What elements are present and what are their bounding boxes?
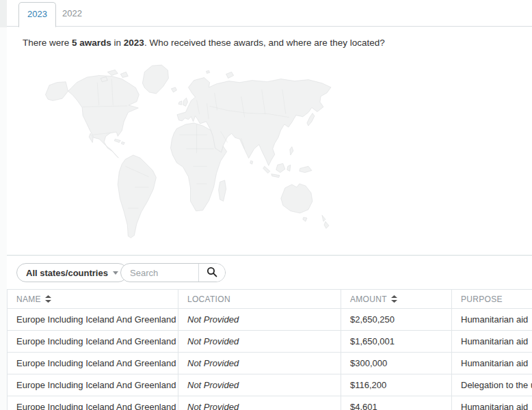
tab-2022[interactable]: 2022 (54, 2, 90, 26)
awards-summary-text: There were 5 awards in 2023. Who receive… (23, 38, 385, 48)
table-row: Europe Including Iceland And Greenland N… (8, 353, 532, 374)
cell-amount: $1,650,001 (341, 331, 452, 352)
column-label: NAME (16, 295, 41, 304)
section-divider (7, 255, 532, 256)
caret-down-icon (113, 271, 118, 275)
states-filter-label: All states/countries (26, 268, 108, 278)
cell-amount: $300,000 (341, 353, 452, 374)
cell-purpose: Humanitarian aid (452, 396, 532, 410)
cell-location: Not Provided (178, 374, 341, 396)
search-input[interactable] (121, 264, 198, 282)
sort-icon (391, 295, 397, 303)
cell-name: Europe Including Iceland And Greenland (8, 331, 178, 352)
intro-part: . Who received these awards, and where a… (144, 38, 385, 48)
cell-name: Europe Including Iceland And Greenland (8, 396, 178, 410)
cell-purpose: Humanitarian aid (452, 309, 532, 330)
table-row: Europe Including Iceland And Greenland N… (8, 374, 532, 396)
states-filter-button[interactable]: All states/countries (16, 263, 128, 282)
intro-part: There were (23, 38, 72, 48)
search-box (120, 263, 226, 282)
cell-amount: $116,200 (341, 374, 452, 396)
column-label: LOCATION (187, 295, 230, 304)
cell-location: Not Provided (178, 331, 341, 352)
cell-name: Europe Including Iceland And Greenland (8, 353, 178, 374)
column-header-name[interactable]: NAME (8, 290, 178, 308)
intro-part: in (111, 38, 124, 48)
cell-amount: $4,601 (341, 396, 452, 410)
cell-purpose: Humanitarian aid (452, 331, 532, 352)
awards-year: 2023 (124, 38, 144, 48)
cell-name: Europe Including Iceland And Greenland (8, 309, 178, 330)
world-map[interactable] (36, 62, 334, 250)
cell-amount: $2,650,250 (341, 309, 452, 330)
cell-purpose: Humanitarian aid (452, 353, 532, 374)
column-header-location: LOCATION (178, 290, 341, 308)
column-header-amount[interactable]: AMOUNT (341, 290, 452, 308)
tab-bar-border (7, 26, 532, 27)
cell-location: Not Provided (178, 353, 341, 374)
cell-name: Europe Including Iceland And Greenland (8, 374, 178, 396)
cell-purpose: Delegation to the us (452, 374, 532, 396)
table-row: Europe Including Iceland And Greenland N… (8, 396, 532, 410)
cell-location: Not Provided (178, 309, 341, 330)
left-gutter (0, 0, 7, 410)
search-icon (207, 266, 217, 279)
column-header-purpose: PURPOSE (452, 290, 532, 308)
column-label: AMOUNT (350, 295, 387, 304)
tab-2023[interactable]: 2023 (18, 2, 56, 27)
awards-count: 5 awards (72, 38, 111, 48)
search-button[interactable] (198, 264, 225, 282)
table-row: Europe Including Iceland And Greenland N… (8, 309, 532, 331)
table-header-row: NAME LOCATION AMOUNT PURPOSE (8, 290, 532, 309)
table-row: Europe Including Iceland And Greenland N… (8, 331, 532, 353)
cell-location: Not Provided (178, 396, 341, 410)
awards-table: NAME LOCATION AMOUNT PURPOSE Europe Incl… (7, 289, 532, 410)
year-tab-bar: 2023 2022 (7, 0, 532, 27)
sort-icon (45, 295, 51, 303)
column-label: PURPOSE (461, 295, 503, 304)
